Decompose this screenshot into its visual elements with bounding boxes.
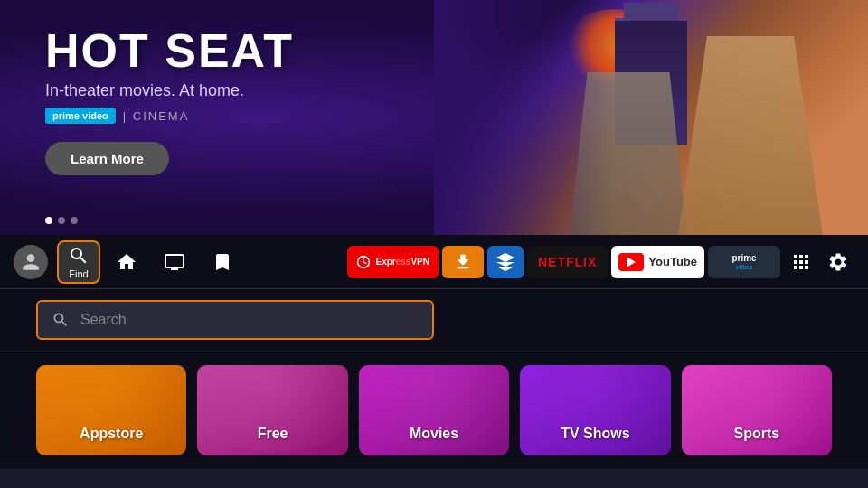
- sports-label: Sports: [733, 426, 779, 442]
- free-label: Free: [258, 426, 288, 442]
- tv-icon: [164, 251, 185, 273]
- hero-banner: HOT SEAT In-theater movies. At home. pri…: [0, 0, 868, 235]
- tvshows-tile[interactable]: TV Shows: [520, 365, 670, 455]
- categories-section: Appstore Free Movies TV Shows Sports: [0, 352, 868, 469]
- home-icon: [116, 251, 137, 273]
- downloader-app-icon[interactable]: [442, 246, 484, 278]
- search-icon: [68, 245, 90, 267]
- hero-bg-gradient: [434, 0, 868, 235]
- expressvpn-app-icon[interactable]: ExpressVPN: [347, 246, 438, 278]
- filen-app-icon[interactable]: [487, 246, 524, 278]
- dot-3[interactable]: [71, 217, 78, 224]
- youtube-logo: [618, 253, 644, 271]
- appstore-tile[interactable]: Appstore: [36, 365, 186, 455]
- prime-video-sub: video: [735, 263, 752, 271]
- prime-label: prime: [731, 253, 756, 263]
- home-button[interactable]: [105, 240, 148, 284]
- youtube-label: YouTube: [648, 255, 697, 268]
- netflix-app-icon[interactable]: NETFLIX: [527, 246, 608, 278]
- movies-tile[interactable]: Movies: [359, 365, 509, 455]
- expressvpn-label: ExpressVPN: [375, 257, 429, 267]
- free-tile[interactable]: Free: [197, 365, 347, 455]
- find-button[interactable]: Find: [57, 240, 100, 284]
- hero-content: HOT SEAT In-theater movies. At home. pri…: [45, 27, 294, 175]
- hero-subtitle: In-theater movies. At home.: [45, 81, 294, 100]
- tv-button[interactable]: [153, 240, 196, 284]
- profile-icon: [21, 252, 41, 272]
- movies-label: Movies: [410, 426, 458, 442]
- hero-title: HOT SEAT: [45, 27, 294, 74]
- tvshows-label: TV Shows: [561, 426, 629, 442]
- profile-avatar[interactable]: [14, 245, 48, 279]
- gear-icon: [827, 251, 849, 273]
- bookmark-icon: [212, 251, 233, 273]
- search-placeholder: Search: [80, 312, 127, 328]
- prime-logo-text: prime video: [52, 110, 108, 121]
- apps-grid-icon: [790, 251, 812, 273]
- prime-video-logo: prime video: [45, 108, 116, 124]
- apps-grid-button[interactable]: [785, 246, 817, 278]
- netflix-label: NETFLIX: [538, 255, 597, 269]
- character-1: [678, 36, 823, 235]
- hero-brand: prime video | CINEMA: [45, 108, 294, 124]
- hero-fade-overlay: [434, 0, 615, 235]
- expressvpn-icon: [356, 255, 371, 269]
- nav-bar: Find ExpressVPN: [0, 235, 868, 289]
- app-icons-group: ExpressVPN NETFLIX YouTube prime: [347, 246, 780, 278]
- youtube-app-icon[interactable]: YouTube: [611, 246, 704, 278]
- downloader-icon: [453, 252, 473, 272]
- prime-video-label-group: prime video: [731, 253, 756, 271]
- cinema-label: | CINEMA: [123, 109, 190, 123]
- filen-icon: [495, 251, 516, 273]
- sports-tile[interactable]: Sports: [682, 365, 832, 455]
- search-area: Search: [0, 289, 868, 352]
- settings-button[interactable]: [822, 246, 854, 278]
- search-box-icon: [52, 311, 70, 329]
- appstore-label: Appstore: [80, 426, 143, 442]
- dot-1[interactable]: [45, 217, 52, 224]
- hero-image: [434, 0, 868, 235]
- dot-2[interactable]: [58, 217, 65, 224]
- find-label: Find: [69, 268, 88, 279]
- watchlist-button[interactable]: [201, 240, 244, 284]
- carousel-dots: [45, 217, 78, 224]
- prime-video-app-icon[interactable]: prime video: [708, 246, 780, 278]
- search-box[interactable]: Search: [36, 300, 434, 340]
- learn-more-button[interactable]: Learn More: [45, 142, 169, 175]
